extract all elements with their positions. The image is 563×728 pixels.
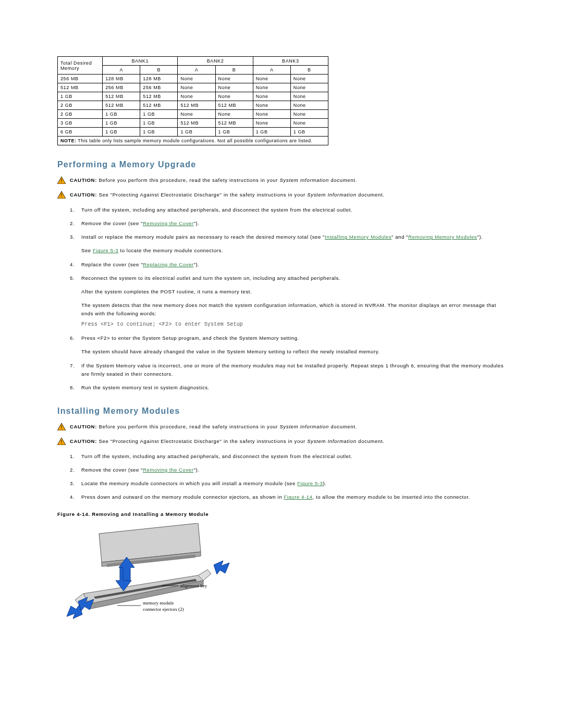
list-item: Press <F2> to enter the System Setup pro…: [70, 334, 506, 356]
caution-block: ! CAUTION: Before you perform this proce…: [57, 423, 506, 433]
warning-icon: !: [57, 191, 66, 201]
svg-marker-19: [214, 561, 229, 574]
svg-text:!: !: [61, 425, 63, 430]
table-row: 2 GB 512 MB512 MB 512 MB512 MB NoneNone: [58, 101, 328, 110]
code-block: Press <F1> to continue; <F2> to enter Sy…: [81, 320, 506, 329]
install-steps-list: Turn off the system, including any attac…: [70, 452, 506, 502]
table-row: 6 GB 1 GB1 GB 1 GB1 GB 1 GB1 GB: [58, 128, 328, 137]
section-title-upgrade: Performing a Memory Upgrade: [57, 160, 506, 169]
table-row: 512 MB 256 MB256 MB NoneNone NoneNone: [58, 83, 328, 92]
figure-label-alignment: alignment key: [180, 583, 207, 588]
memory-config-table: Total Desired Memory BANK1 BANK2 BANK3 A…: [57, 56, 328, 145]
caution-block: ! CAUTION: See "Protecting Against Elect…: [57, 438, 506, 447]
table-header-total: Total Desired Memory: [58, 57, 103, 75]
link-removing-cover[interactable]: Removing the Cover: [143, 467, 193, 473]
list-item: Remove the cover (see "Removing the Cove…: [70, 219, 506, 228]
link-removing-cover[interactable]: Removing the Cover: [143, 220, 193, 226]
link-figure-4-14[interactable]: Figure 4-14: [284, 494, 312, 500]
list-item: Reconnect the system to its electrical o…: [70, 274, 506, 329]
link-figure-5-3[interactable]: Figure 5-3: [93, 248, 118, 253]
table-subheader: B: [290, 66, 328, 75]
list-item: Remove the cover (see "Removing the Cove…: [70, 466, 506, 474]
table-subheader: A: [178, 66, 215, 75]
svg-text:!: !: [61, 439, 63, 445]
table-row: 2 GB 1 GB1 GB NoneNone NoneNone: [58, 110, 328, 119]
table-subheader: A: [103, 66, 140, 75]
table-note: NOTE: This table only lists sample memor…: [58, 137, 328, 145]
table-header-bank2: BANK2: [178, 57, 253, 66]
warning-icon: !: [57, 423, 66, 433]
list-item: If the System Memory value is incorrect,…: [70, 362, 506, 378]
svg-text:!: !: [61, 193, 63, 199]
list-item: Turn off the system, including any attac…: [70, 206, 506, 214]
caution-block: ! CAUTION: Before you perform this proce…: [57, 177, 506, 186]
table-header-bank3: BANK3: [253, 57, 328, 66]
link-installing-modules[interactable]: Installing Memory Modules: [325, 234, 391, 240]
section-title-install: Installing Memory Modules: [57, 406, 506, 416]
table-subheader: A: [253, 66, 290, 75]
table-row: 256 MB 128 MB128 MB NoneNone NoneNone: [58, 75, 328, 83]
table-subheader: B: [140, 66, 178, 75]
figure-caption: Figure 4-14. Removing and Installing a M…: [57, 511, 506, 517]
list-item: Turn off the system, including any attac…: [70, 452, 506, 461]
svg-text:!: !: [61, 178, 63, 184]
figure-label-eject2: connector ejectors (2): [143, 607, 183, 612]
link-figure-5-3[interactable]: Figure 5-3: [297, 480, 323, 486]
upgrade-steps-list: Turn off the system, including any attac…: [70, 206, 506, 392]
warning-icon: !: [57, 177, 66, 186]
table-subheader: B: [215, 66, 253, 75]
link-replacing-cover[interactable]: Replacing the Cover: [143, 262, 193, 267]
table-header-bank1: BANK1: [103, 57, 178, 66]
caution-block: ! CAUTION: See "Protecting Against Elect…: [57, 191, 506, 201]
list-item: Press down and outward on the memory mod…: [70, 493, 506, 501]
list-item: Run the system memory test in system dia…: [70, 384, 506, 392]
table-row: 3 GB 1 GB1 GB 512 MB512 MB NoneNone: [58, 119, 328, 128]
list-item: Replace the cover (see "Replacing the Co…: [70, 261, 506, 269]
link-removing-modules[interactable]: Removing Memory Modules: [408, 234, 477, 240]
figure-label-eject1: memory module: [143, 600, 174, 606]
table-row: 1 GB 512 MB512 MB NoneNone NoneNone: [58, 92, 328, 101]
figure-4-14: alignment key memory module connector ej…: [57, 523, 235, 627]
warning-icon: !: [57, 438, 66, 447]
list-item: Locate the memory module connectors in w…: [70, 479, 506, 488]
list-item: Install or replace the memory module pai…: [70, 233, 506, 255]
